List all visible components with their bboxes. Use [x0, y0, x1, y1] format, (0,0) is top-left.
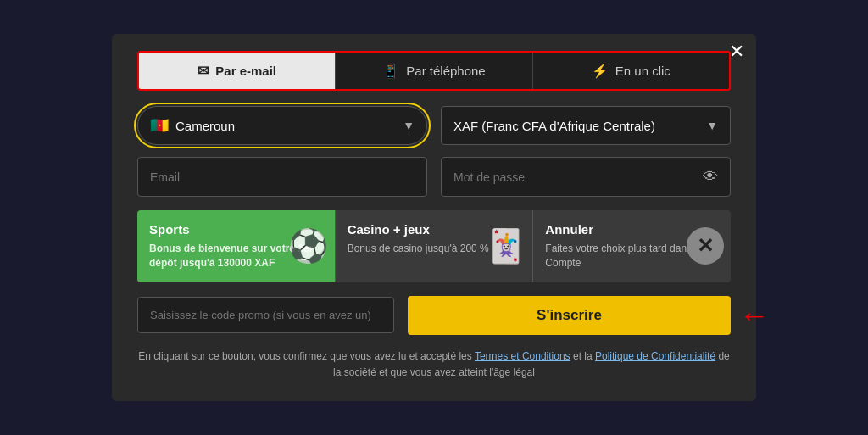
footer-text-middle: et la [570, 350, 595, 362]
phone-icon: 📱 [382, 63, 399, 79]
bonus-cancel-card[interactable]: Annuler Faites votre choix plus tard dan… [533, 210, 731, 282]
currency-dropdown[interactable]: XAF (Franc CFA d'Afrique Centrale) ▼ [441, 106, 731, 145]
password-input[interactable] [453, 170, 703, 184]
tab-phone[interactable]: 📱 Par téléphone [336, 53, 532, 89]
email-input[interactable] [150, 170, 415, 184]
tab-email-label: Par e-mail [215, 64, 276, 78]
soccer-ball-icon: ⚽ [288, 227, 328, 265]
footer-text: En cliquant sur ce bouton, vous confirme… [137, 349, 731, 381]
chevron-down-icon: ▼ [403, 119, 415, 132]
lightning-icon: ⚡ [592, 63, 609, 79]
promo-code-input[interactable] [137, 297, 394, 333]
footer-text-before: En cliquant sur ce bouton, vous confirme… [138, 350, 475, 362]
inputs-row: 👁 [137, 157, 731, 197]
arrow-icon: ← [739, 298, 770, 333]
dropdowns-row: 🇨🇲 Cameroun ▼ XAF (Franc CFA d'Afrique C… [137, 106, 731, 145]
show-password-icon[interactable]: 👁 [703, 168, 718, 186]
close-button[interactable]: ✕ [729, 42, 744, 61]
cameroon-flag: 🇨🇲 [150, 116, 169, 135]
tab-oneclick-label: En un clic [615, 64, 670, 78]
email-field-wrapper [137, 157, 427, 197]
cards-icon: 🃏 [486, 227, 526, 265]
cancel-x-icon: ✕ [687, 227, 724, 265]
terms-link[interactable]: Termes et Conditions [475, 350, 570, 362]
chevron-down-icon: ▼ [706, 119, 718, 132]
bonus-cards-row: Sports Bonus de bienvenue sur votre 1er … [137, 210, 731, 282]
tab-email[interactable]: ✉ Par e-mail [139, 53, 336, 89]
currency-label: XAF (Franc CFA d'Afrique Centrale) [453, 119, 655, 133]
country-label: Cameroun [175, 119, 235, 133]
action-row: S'inscrire ← [137, 296, 731, 335]
country-dropdown[interactable]: 🇨🇲 Cameroun ▼ [137, 106, 427, 145]
privacy-link[interactable]: Politique de Confidentialité [595, 350, 715, 362]
tab-oneclick[interactable]: ⚡ En un clic [533, 53, 729, 89]
tab-bar: ✉ Par e-mail 📱 Par téléphone ⚡ En un cli… [137, 51, 731, 91]
bonus-sports-card[interactable]: Sports Bonus de bienvenue sur votre 1er … [137, 210, 335, 282]
email-icon: ✉ [198, 63, 209, 79]
registration-modal: ✕ ✉ Par e-mail 📱 Par téléphone ⚡ En un c… [112, 34, 756, 401]
password-field-wrapper: 👁 [441, 157, 731, 197]
bonus-casino-card[interactable]: Casino + jeux Bonus de casino jusqu'à 20… [335, 210, 534, 282]
tab-phone-label: Par téléphone [406, 64, 485, 78]
register-button[interactable]: S'inscrire [408, 296, 731, 335]
